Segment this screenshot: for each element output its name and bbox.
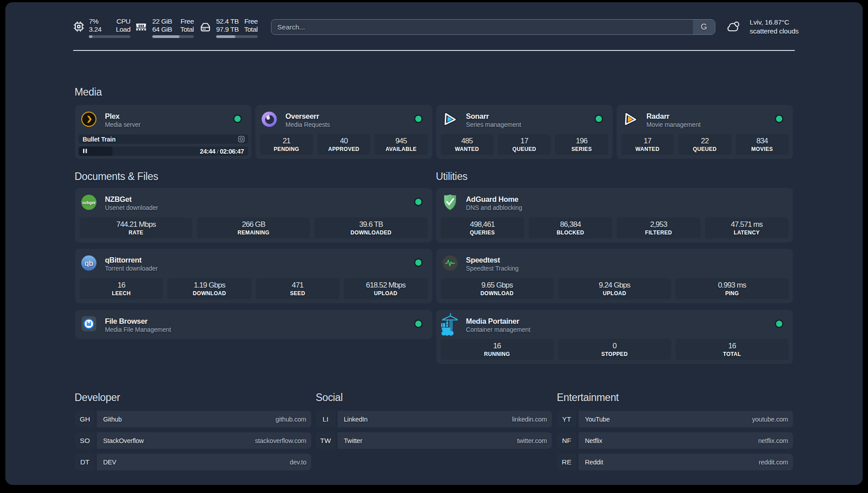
svg-text:qb: qb [85,259,93,267]
svg-text:nzbget: nzbget [83,201,96,205]
